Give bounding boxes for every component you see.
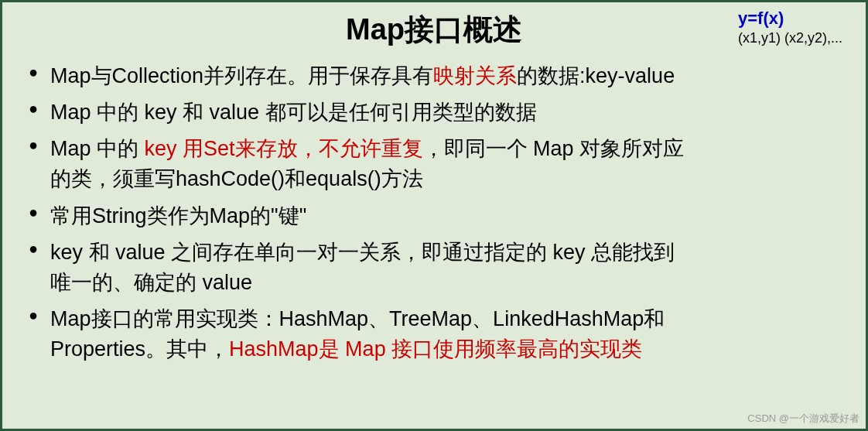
bullet-6-continuation: Properties。其中，HashMap是 Map 接口使用频率最高的实现类: [26, 334, 842, 364]
slide-header: Map接口概述 y=f(x) (x1,y1) (x2,y2),...: [2, 2, 866, 61]
bullet-6: Map接口的常用实现类：HashMap、TreeMap、LinkedHashMa…: [26, 304, 842, 334]
bullet-3-cont-text: 的类，须重写hashCode()和equals()方法: [50, 167, 423, 190]
page-title: Map接口概述: [346, 10, 522, 50]
watermark: CSDN @一个游戏爱好者: [747, 412, 859, 426]
bullet-1-text-post: 的数据:key-value: [517, 64, 675, 87]
bullet-3-text-mid: ，即同一个 Map 对象所对应: [423, 137, 685, 160]
formula-main: y=f(x): [738, 9, 842, 29]
bullet-3-highlight: key 用Set来存放，不允许重复: [145, 137, 423, 160]
bullet-3-text-pre: Map 中的: [50, 137, 145, 160]
bullet-5-cont-text: 唯一的、确定的 value: [50, 271, 252, 294]
bullet-4-text: 常用String类作为Map的"键": [50, 204, 306, 227]
bullet-6-text: Map接口的常用实现类：HashMap、TreeMap、LinkedHashMa…: [50, 307, 665, 330]
bullet-3-continuation: 的类，须重写hashCode()和equals()方法: [26, 164, 842, 194]
bullet-6-cont-pre: Properties。其中，: [50, 337, 229, 361]
bullet-1-highlight: 映射关系: [433, 64, 517, 87]
bullet-2-text: Map 中的 key 和 value 都可以是任何引用类型的数据: [50, 101, 537, 124]
bullet-5: key 和 value 之间存在单向一对一关系，即通过指定的 key 总能找到: [26, 238, 842, 268]
formula-sub: (x1,y1) (x2,y2),...: [738, 30, 842, 46]
bullet-6-highlight: HashMap是 Map 接口使用频率最高的实现类: [229, 337, 642, 361]
bullet-1: Map与Collection并列存在。用于保存具有映射关系的数据:key-val…: [26, 61, 842, 91]
bullet-4: 常用String类作为Map的"键": [26, 201, 842, 231]
slide-content: Map与Collection并列存在。用于保存具有映射关系的数据:key-val…: [2, 61, 866, 364]
bullet-5-text: key 和 value 之间存在单向一对一关系，即通过指定的 key 总能找到: [50, 241, 675, 264]
bullet-3: Map 中的 key 用Set来存放，不允许重复，即同一个 Map 对象所对应: [26, 134, 842, 164]
formula-block: y=f(x) (x1,y1) (x2,y2),...: [738, 9, 842, 46]
bullet-5-continuation: 唯一的、确定的 value: [26, 268, 842, 298]
bullet-1-text-pre: Map与Collection并列存在。用于保存具有: [50, 64, 433, 87]
bullet-2: Map 中的 key 和 value 都可以是任何引用类型的数据: [26, 97, 842, 128]
